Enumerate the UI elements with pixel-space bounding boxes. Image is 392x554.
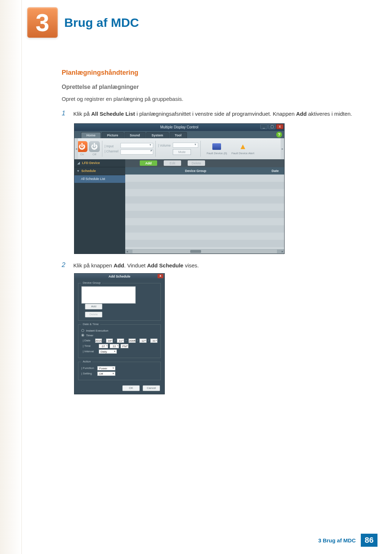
fault-device-button[interactable]: Fault Device (0) — [207, 142, 227, 155]
time-hour[interactable]: 07 — [99, 344, 108, 348]
titlebar: Multiple Display Control _ ▢ x — [74, 124, 284, 131]
t: aktiveres i midten. — [307, 111, 352, 117]
divider — [200, 141, 201, 157]
interval-label: | Interval — [83, 350, 97, 353]
input-select[interactable] — [121, 143, 153, 148]
sep: / — [103, 339, 104, 342]
date-from-year[interactable]: 2011 — [95, 338, 102, 343]
toolbar-scroll-left[interactable]: ◂ — [74, 138, 78, 159]
function-select[interactable]: Power — [97, 366, 115, 370]
delete-button[interactable]: Delete — [188, 160, 205, 166]
column-device-group: Device Group — [125, 169, 266, 173]
divider — [102, 141, 102, 157]
minimize-button[interactable]: _ — [260, 124, 268, 129]
action-section: Action | Function Power | Setting Off — [78, 362, 161, 380]
timer-radio[interactable]: Timer — [81, 334, 158, 337]
volume-label: | Volume — [158, 144, 171, 147]
maximize-button[interactable]: ▢ — [268, 124, 275, 129]
sidebar-schedule-header[interactable]: ▾Schedule — [74, 167, 125, 175]
date-to-day[interactable]: 31 — [150, 338, 158, 343]
mute-button[interactable]: Mute — [173, 149, 191, 155]
add-schedule-dialog: Add Schedule x Device Group Add Delete D… — [74, 273, 165, 394]
date-time-section: Date & Time Instant Execution Timer | Da… — [78, 324, 161, 358]
tab-picture[interactable]: Picture — [102, 132, 124, 138]
chapter-number: 3 — [27, 7, 58, 38]
edit-button[interactable]: Edit — [164, 160, 181, 166]
close-button[interactable]: x — [276, 124, 283, 129]
sidebar-empty — [74, 183, 125, 254]
sidebar-schedule-label: Schedule — [81, 169, 96, 173]
date-from-month[interactable]: 04 — [106, 338, 113, 343]
sidebar-lfd-label: LFD Device — [82, 161, 100, 165]
tab-system[interactable]: System — [146, 132, 169, 138]
subsection-heading: Oprettelse af planlægninger — [62, 84, 359, 90]
date-label: | Date — [83, 339, 94, 342]
step-text: Klik på knappen Add. Vinduet Add Schedul… — [73, 261, 199, 270]
add-button[interactable]: Add — [140, 160, 157, 166]
expand-icon: ▾ — [77, 169, 79, 173]
radio-icon — [81, 334, 84, 337]
date-to-year[interactable]: 2099 — [128, 338, 136, 343]
date-to-month[interactable]: 12 — [139, 338, 147, 343]
interval-select[interactable]: Daily — [99, 349, 117, 354]
help-button[interactable]: ? — [276, 132, 282, 138]
warning-triangle-icon: ▲ — [238, 142, 248, 151]
t: . Vinduet — [124, 262, 147, 268]
setting-select[interactable]: Off — [97, 372, 115, 376]
t: vises. — [183, 262, 199, 268]
fault-device-label: Fault Device (0) — [207, 152, 227, 155]
app-body: ◢LFD Device ▾Schedule All Schedule List … — [74, 159, 284, 254]
date-from-day[interactable]: 11 — [117, 338, 124, 343]
device-group-add-button[interactable]: Add — [85, 304, 102, 309]
function-label: | Function — [81, 366, 96, 370]
page-footer: 3 Brug af MDC 86 — [318, 534, 377, 547]
fault-alert-button[interactable]: ▲ Fault Device Alert — [232, 142, 254, 155]
intro-text: Opret og registrer en planlægning på gru… — [62, 95, 359, 103]
power-off-button[interactable]: ⏻ Off — [89, 141, 100, 156]
time-label: | Time — [83, 344, 97, 348]
power-controls: ⏻ On ⏻ Off — [77, 141, 100, 156]
action-legend: Action — [81, 360, 92, 363]
action-bar: Add Edit Delete — [125, 159, 284, 167]
device-group-delete-button[interactable]: Delete — [85, 312, 102, 317]
t: i planlægningsafsnittet i venstre side a… — [135, 111, 296, 117]
scroll-right-icon: ▸ — [281, 250, 284, 253]
sep: / — [137, 339, 138, 342]
power-on-button[interactable]: ⏻ On — [77, 141, 87, 156]
setting-label: | Setting — [81, 372, 96, 375]
t: Klik på knappen — [73, 262, 114, 268]
chapter-title: Brug af MDC — [64, 16, 139, 30]
ok-button[interactable]: OK — [122, 385, 140, 391]
volume-slider[interactable] — [173, 143, 198, 148]
cancel-button[interactable]: Cancel — [143, 385, 160, 391]
sep: / — [114, 339, 115, 342]
tab-sound[interactable]: Sound — [124, 132, 146, 138]
power-off-label: Off — [93, 153, 97, 156]
radio-icon — [81, 329, 84, 332]
window-controls: _ ▢ x — [260, 124, 283, 129]
window-title: Multiple Display Control — [74, 125, 284, 129]
tab-tool[interactable]: Tool — [170, 132, 187, 138]
input-column: | Input | Channel — [105, 144, 118, 153]
instant-execution-label: Instant Execution — [86, 329, 108, 332]
channel-spinner[interactable] — [121, 149, 153, 155]
page-gutter — [0, 0, 22, 554]
sidebar-item-all-schedule-list[interactable]: All Schedule List — [74, 175, 125, 183]
scroll-thumb[interactable] — [190, 250, 201, 253]
t: Add — [114, 262, 124, 268]
dialog-close-button[interactable]: x — [158, 274, 163, 278]
time-ampm[interactable]: PM — [121, 344, 128, 348]
tab-home[interactable]: Home — [81, 132, 101, 138]
scroll-track — [132, 250, 277, 253]
instant-execution-radio[interactable]: Instant Execution — [81, 329, 158, 332]
step-2: 2 Klik på knappen Add. Vinduet Add Sched… — [62, 261, 359, 270]
section-heading: Planlægningshåndtering — [62, 69, 359, 77]
horizontal-scrollbar[interactable]: ◂ ▸ — [125, 249, 284, 254]
channel-label: | Channel — [105, 149, 118, 153]
toolbar-scroll-right[interactable]: ▸ — [281, 138, 284, 159]
device-group-listbox[interactable] — [81, 286, 136, 304]
dialog-title: Add Schedule — [109, 275, 130, 278]
sidebar-lfd-header[interactable]: ◢LFD Device — [74, 159, 125, 167]
time-minute[interactable]: 22 — [110, 344, 119, 348]
t: Add Schedule — [147, 262, 183, 268]
